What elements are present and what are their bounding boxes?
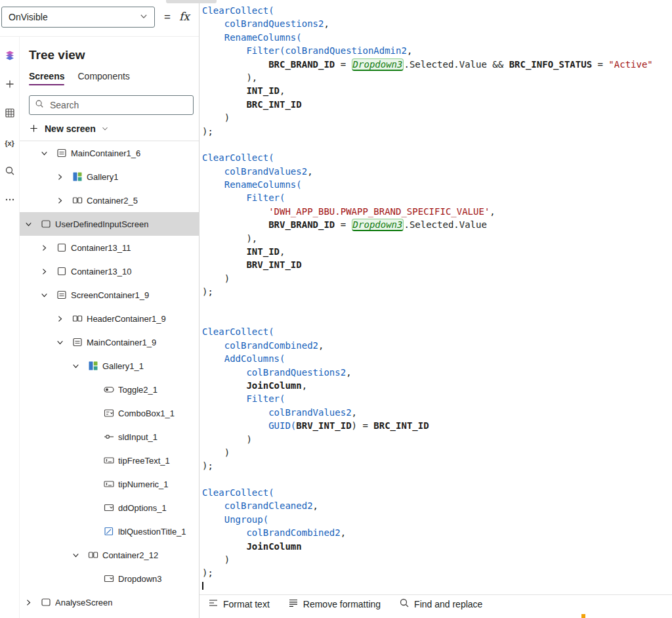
- tree-item-Container2_5[interactable]: Container2_5: [20, 188, 199, 212]
- chevron-right-icon[interactable]: [56, 195, 72, 206]
- text-cursor: [202, 582, 203, 590]
- code-line: );: [202, 459, 668, 472]
- code-line: Filter(colBrandQuestionAdmin2,: [202, 44, 668, 57]
- code-line: [202, 580, 668, 590]
- container-horizontal-icon: [72, 195, 87, 206]
- tree-item-ScreenContainer1_9[interactable]: ScreenContainer1_9: [20, 283, 199, 307]
- rail-item-tree-view[interactable]: [1, 47, 18, 66]
- chevron-spacer: [88, 384, 104, 395]
- tree-view-panel: Tree view Screens Components New screen …: [20, 36, 199, 618]
- search-box[interactable]: [29, 95, 194, 115]
- tree-item-Dropdown3[interactable]: Dropdown3: [20, 567, 199, 590]
- tree-item-ZieleScreen[interactable]: ZieleScreen: [20, 614, 199, 618]
- code-line: ): [202, 272, 668, 285]
- tree-item-ddOptions_1[interactable]: ddOptions_1: [20, 496, 199, 519]
- tree-tabs: Screens Components: [29, 71, 199, 85]
- tree-item-UserDefinedInputScreen[interactable]: UserDefinedInputScreen: [20, 212, 199, 236]
- code-line: );: [202, 566, 668, 579]
- rail-item-advanced-tools[interactable]: [1, 162, 18, 182]
- search-input[interactable]: [49, 99, 188, 111]
- tab-components[interactable]: Components: [77, 71, 129, 85]
- tree-item-Container13_10[interactable]: Container13_10: [20, 259, 199, 283]
- chevron-spacer: [88, 408, 104, 418]
- tree-item-tipFreeText_1[interactable]: tipFreeText_1: [20, 449, 199, 472]
- remove-formatting-button[interactable]: Remove formatting: [288, 598, 381, 610]
- gallery-icon: [72, 171, 87, 182]
- tree-item-ComboBox1_1[interactable]: ComboBox1_1: [20, 401, 199, 425]
- rail-item-insert[interactable]: [1, 76, 18, 95]
- tree-item-HeaderContainer1_9[interactable]: HeaderContainer1_9: [20, 307, 199, 330]
- code-line: RenameColumns(: [202, 178, 668, 191]
- plus-icon: [5, 79, 15, 92]
- tree-item-Container2_12[interactable]: Container2_12: [20, 543, 199, 567]
- remove-formatting-icon: [288, 598, 299, 610]
- code-line: colBrandValues2,: [202, 406, 668, 419]
- tree-item-lblQuestionTitle_1[interactable]: lblQuestionTitle_1: [20, 519, 199, 543]
- rail-item-more[interactable]: [1, 191, 18, 211]
- chevron-down-icon[interactable]: [72, 361, 88, 371]
- find-replace-button-label: Find and replace: [414, 599, 482, 609]
- chevron-down-icon[interactable]: [41, 290, 56, 300]
- tab-screens-label: Screens: [29, 71, 64, 81]
- code-line: colBrandCombined2,: [202, 339, 668, 352]
- tab-screens[interactable]: Screens: [29, 71, 64, 85]
- tree-item-label: Container13_11: [71, 243, 131, 253]
- container-vertical-icon: [56, 290, 71, 300]
- code-line: JoinColumn,: [202, 379, 668, 392]
- container-icon: [56, 266, 71, 276]
- grid-icon: [5, 108, 15, 121]
- rail-item-variables[interactable]: {x}: [1, 133, 18, 153]
- tree-item-Toggle2_1[interactable]: Toggle2_1: [20, 378, 199, 401]
- chevron-down-icon[interactable]: [25, 219, 41, 229]
- tree-item-Container13_11[interactable]: Container13_11: [20, 236, 199, 259]
- tree-item-label: HeaderContainer1_9: [87, 314, 166, 324]
- code-line: GUID(BRV_INT_ID) = BRC_INT_ID: [202, 419, 668, 432]
- rail-item-data[interactable]: [1, 104, 18, 124]
- chevron-spacer: [88, 573, 104, 584]
- code-line: colBrandQuestions2,: [202, 17, 668, 30]
- code-line: ClearCollect(: [202, 325, 668, 338]
- code-line: BRC_INT_ID: [202, 98, 668, 111]
- tree-item-MainContainer1_6[interactable]: MainContainer1_6: [20, 141, 199, 165]
- chevron-down-icon: [140, 12, 148, 22]
- chevron-right-icon[interactable]: [56, 171, 72, 182]
- tree-item-tipNumeric_1[interactable]: tipNumeric_1: [20, 472, 199, 496]
- code-line: colBrandValues2,: [202, 165, 668, 178]
- format-text-button[interactable]: Format text: [208, 598, 270, 610]
- plus-icon: [29, 123, 39, 133]
- tree-item-MainContainer1_9[interactable]: MainContainer1_9: [20, 330, 199, 354]
- tree-item-label: Dropdown3: [118, 574, 162, 584]
- code-line: ),: [202, 232, 668, 245]
- new-screen-button[interactable]: New screen: [20, 120, 199, 137]
- braces-x-icon: {x}: [5, 139, 14, 147]
- tree-view-title: Tree view: [29, 48, 199, 62]
- tree-item-label: Gallery1: [87, 172, 118, 182]
- equals-sign: =: [164, 11, 171, 24]
- tree-item-sldInput_1[interactable]: sldInput_1: [20, 425, 199, 449]
- chevron-right-icon[interactable]: [41, 266, 56, 276]
- tree-item-AnalyseScreen[interactable]: AnalyseScreen: [20, 590, 199, 614]
- layers-icon: [5, 50, 15, 63]
- tree-item-label: sldInput_1: [118, 432, 158, 442]
- chevron-down-icon[interactable]: [41, 148, 56, 158]
- chevron-down-icon[interactable]: [72, 550, 88, 560]
- tree-item-label: Toggle2_1: [118, 385, 158, 395]
- code-line: ): [202, 553, 668, 566]
- screen-icon: [41, 597, 55, 607]
- property-selector[interactable]: OnVisible: [1, 7, 155, 28]
- code-line: Filter(: [202, 191, 668, 204]
- chevron-down-icon[interactable]: [56, 337, 72, 347]
- tab-components-label: Components: [77, 71, 129, 81]
- chevron-right-icon[interactable]: [56, 313, 72, 324]
- chevron-right-icon[interactable]: [41, 242, 56, 253]
- code-area[interactable]: ClearCollect( colBrandQuestions2, Rename…: [200, 0, 672, 590]
- tree-item-Gallery1[interactable]: Gallery1: [20, 165, 199, 188]
- code-line: colBrandQuestions2,: [202, 366, 668, 379]
- chevron-right-icon[interactable]: [25, 597, 41, 607]
- code-line: 'DWH_APP_BBU.PWAPP_BRAND_SPECIFIC_VALUE'…: [202, 205, 668, 218]
- find-replace-button[interactable]: Find and replace: [399, 598, 482, 610]
- tree-item-Gallery1_1[interactable]: Gallery1_1: [20, 354, 199, 378]
- code-line: Filter(: [202, 392, 668, 405]
- chevron-spacer: [88, 431, 104, 442]
- cropped-orange-marker: [581, 614, 585, 618]
